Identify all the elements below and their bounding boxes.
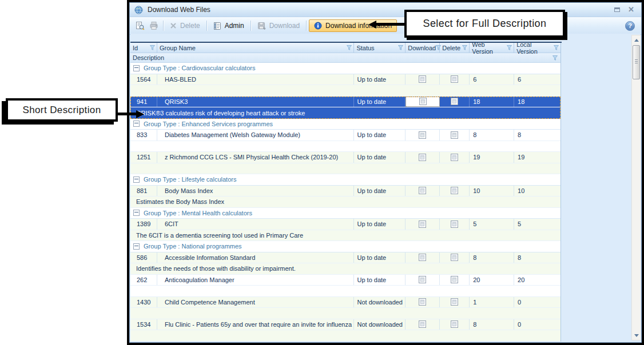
print-preview-button[interactable] — [133, 19, 147, 32]
group-header-row[interactable]: Group Type : Enhanced Services programme… — [130, 119, 560, 130]
description-row[interactable] — [130, 141, 560, 153]
scrollbar-up-button[interactable] — [632, 36, 641, 44]
description-row[interactable] — [130, 85, 560, 97]
grid-item-row[interactable]: 941QRISK3Up to date1818 — [130, 97, 560, 108]
grid-item-row[interactable]: 833Diabetes Management (Welsh Gateway Mo… — [130, 130, 560, 141]
download-checkbox[interactable] — [419, 298, 426, 306]
download-checkbox[interactable] — [419, 75, 426, 83]
download-checkbox[interactable] — [419, 320, 426, 328]
cell-download[interactable] — [406, 219, 440, 230]
scrollbar-thumb[interactable] — [633, 45, 640, 79]
column-header-download[interactable]: Download — [406, 43, 440, 53]
column-header-delete[interactable]: Delete — [440, 43, 470, 53]
filter-funnel-icon[interactable] — [554, 45, 559, 50]
cell-delete[interactable] — [440, 275, 470, 286]
download-checkbox[interactable] — [419, 154, 426, 161]
grid-item-row[interactable]: 262Anticoagulation ManagerUp to date2020 — [130, 275, 560, 286]
grid-item-row[interactable]: 586Accessible Information StandardUp to … — [130, 252, 560, 264]
cell-download[interactable] — [406, 130, 440, 141]
grid-item-row[interactable]: 1430Child Competence ManagementNot downl… — [130, 297, 560, 308]
grid-item-row[interactable]: 1564HAS-BLEDUp to date66 — [130, 74, 560, 86]
cell-delete[interactable] — [440, 319, 470, 330]
collapse-minus-icon[interactable] — [133, 210, 140, 216]
filter-funnel-icon[interactable] — [150, 45, 155, 50]
delete-checkbox[interactable] — [451, 187, 458, 194]
group-header-row[interactable]: Group Type : Cardiovascular calculators — [130, 63, 560, 74]
download-checkbox[interactable] — [419, 131, 426, 139]
download-checkbox[interactable] — [419, 187, 426, 194]
download-checkbox[interactable] — [419, 276, 426, 283]
description-row[interactable] — [130, 286, 560, 297]
grid-item-row[interactable]: 1534Flu Clinic - Patients 65y and over t… — [130, 319, 560, 331]
cell-download[interactable] — [406, 319, 440, 330]
description-row[interactable] — [130, 308, 560, 319]
description-row[interactable]: The 6CIT is a dementia screening tool us… — [130, 230, 560, 242]
admin-button[interactable]: Admin — [209, 20, 248, 32]
delete-checkbox[interactable] — [451, 220, 458, 228]
description-row[interactable]: QRISK®3 calculates risk of developing he… — [130, 107, 560, 119]
cell-download[interactable] — [406, 297, 440, 308]
column-header-id[interactable]: Id — [130, 43, 157, 53]
cell-delete[interactable] — [440, 152, 470, 163]
download-button[interactable]: Download — [253, 20, 304, 31]
delete-checkbox[interactable] — [451, 98, 458, 105]
group-header-row[interactable]: Group Type : Mental Health calculators — [130, 208, 560, 219]
cell-download[interactable] — [406, 186, 440, 196]
delete-checkbox[interactable] — [451, 75, 458, 83]
delete-checkbox[interactable] — [451, 131, 458, 139]
vertical-scrollbar[interactable] — [631, 35, 641, 340]
delete-checkbox-inner — [452, 155, 456, 159]
grid-item-row[interactable]: 1251z Richmond CCG LCS - SMI Physical He… — [130, 152, 560, 163]
cell-download[interactable] — [406, 97, 440, 107]
group-header-row[interactable]: Group Type : Lifestyle calculators — [130, 174, 560, 186]
scrollbar-down-button[interactable] — [632, 331, 641, 339]
delete-checkbox[interactable] — [451, 276, 458, 283]
description-row[interactable]: Identifies the needs of those with disab… — [130, 263, 560, 275]
cell-delete[interactable] — [440, 130, 470, 141]
cell-download[interactable] — [406, 74, 440, 85]
delete-checkbox[interactable] — [451, 254, 458, 261]
download-checkbox[interactable] — [419, 220, 426, 228]
close-button[interactable]: ✕ — [628, 7, 634, 13]
cell-status-text: Up to date — [357, 131, 386, 138]
cell-delete[interactable] — [440, 219, 470, 230]
help-button[interactable]: ? — [625, 21, 635, 31]
delete-checkbox[interactable] — [451, 320, 458, 328]
cell-download[interactable] — [406, 252, 440, 263]
cell-delete[interactable] — [440, 97, 470, 107]
maximize-button[interactable] — [614, 7, 620, 12]
column-header-web-version[interactable]: Web Version — [470, 43, 514, 53]
column-header-group-name[interactable]: Group Name — [157, 43, 354, 53]
collapse-minus-icon[interactable] — [133, 121, 140, 127]
grid-item-row[interactable]: 13896CITUp to date55 — [130, 219, 560, 230]
filter-funnel-icon[interactable] — [347, 45, 352, 50]
grid-item-row[interactable]: 881Body Mass IndexUp to date1010 — [130, 186, 560, 197]
filter-funnel-icon[interactable] — [398, 45, 403, 50]
description-header-row[interactable]: Description — [130, 53, 560, 63]
cell-delete[interactable] — [440, 186, 470, 196]
column-header-local-version[interactable]: Local Version — [514, 43, 560, 53]
description-row[interactable]: Estimates the Body Mass Index — [130, 196, 560, 208]
cell-delete[interactable] — [440, 252, 470, 263]
description-row[interactable] — [130, 330, 560, 342]
download-information-button[interactable]: Download information — [309, 19, 397, 32]
cell-download[interactable] — [406, 275, 440, 286]
print-button[interactable] — [147, 19, 161, 32]
delete-button[interactable]: Delete — [166, 20, 204, 31]
collapse-minus-icon[interactable] — [133, 243, 140, 250]
download-checkbox[interactable] — [419, 254, 426, 261]
delete-checkbox[interactable] — [451, 154, 458, 161]
cell-delete[interactable] — [440, 297, 470, 308]
cell-delete[interactable] — [440, 74, 470, 85]
delete-checkbox[interactable] — [451, 298, 458, 306]
group-header-row[interactable]: Group Type : National programmes — [130, 241, 560, 252]
filter-funnel-icon[interactable] — [462, 45, 467, 50]
filter-funnel-icon[interactable] — [552, 55, 558, 61]
filter-funnel-icon[interactable] — [507, 45, 512, 50]
download-checkbox[interactable] — [419, 98, 427, 105]
column-header-status[interactable]: Status — [354, 43, 406, 53]
collapse-minus-icon[interactable] — [133, 176, 140, 183]
cell-download[interactable] — [406, 152, 440, 163]
collapse-minus-icon[interactable] — [133, 65, 140, 71]
description-row[interactable] — [130, 163, 560, 175]
